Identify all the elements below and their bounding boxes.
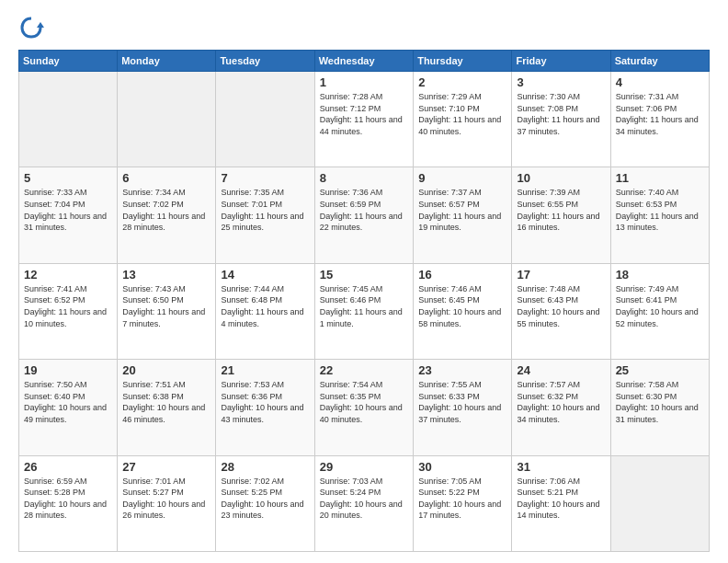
calendar-header: SundayMondayTuesdayWednesdayThursdayFrid… xyxy=(19,51,710,72)
calendar-cell: 1Sunrise: 7:28 AM Sunset: 7:12 PM Daylig… xyxy=(314,72,413,167)
day-number: 16 xyxy=(418,268,506,282)
day-number: 26 xyxy=(24,460,112,474)
day-info: Sunrise: 7:33 AM Sunset: 7:04 PM Dayligh… xyxy=(24,187,112,233)
day-number: 22 xyxy=(320,363,408,377)
logo-icon xyxy=(18,15,44,40)
calendar-cell: 21Sunrise: 7:53 AM Sunset: 6:36 PM Dayli… xyxy=(216,360,314,455)
day-number: 31 xyxy=(517,460,605,474)
day-info: Sunrise: 7:31 AM Sunset: 7:06 PM Dayligh… xyxy=(616,91,704,137)
calendar-cell xyxy=(19,72,118,167)
day-number: 2 xyxy=(418,75,506,89)
day-number: 17 xyxy=(517,268,605,282)
calendar-cell: 10Sunrise: 7:39 AM Sunset: 6:55 PM Dayli… xyxy=(512,167,610,263)
day-info: Sunrise: 7:34 AM Sunset: 7:02 PM Dayligh… xyxy=(122,187,210,233)
day-info: Sunrise: 7:54 AM Sunset: 6:35 PM Dayligh… xyxy=(320,379,408,425)
day-number: 1 xyxy=(320,75,408,89)
day-info: Sunrise: 7:58 AM Sunset: 6:30 PM Dayligh… xyxy=(616,379,704,425)
day-info: Sunrise: 7:29 AM Sunset: 7:10 PM Dayligh… xyxy=(418,91,506,137)
calendar-cell: 13Sunrise: 7:43 AM Sunset: 6:50 PM Dayli… xyxy=(118,263,216,359)
calendar-cell: 27Sunrise: 7:01 AM Sunset: 5:27 PM Dayli… xyxy=(118,455,216,551)
calendar-cell: 18Sunrise: 7:49 AM Sunset: 6:41 PM Dayli… xyxy=(610,263,709,359)
day-number: 8 xyxy=(320,171,408,185)
calendar-cell: 11Sunrise: 7:40 AM Sunset: 6:53 PM Dayli… xyxy=(610,167,709,263)
day-info: Sunrise: 7:28 AM Sunset: 7:12 PM Dayligh… xyxy=(320,91,408,137)
weekday-row: SundayMondayTuesdayWednesdayThursdayFrid… xyxy=(19,51,710,72)
day-info: Sunrise: 7:57 AM Sunset: 6:32 PM Dayligh… xyxy=(517,379,605,425)
calendar-cell: 23Sunrise: 7:55 AM Sunset: 6:33 PM Dayli… xyxy=(414,360,512,455)
weekday-header-tuesday: Tuesday xyxy=(216,51,314,72)
calendar-cell xyxy=(216,72,314,167)
calendar-cell: 7Sunrise: 7:35 AM Sunset: 7:01 PM Daylig… xyxy=(216,167,314,263)
day-number: 12 xyxy=(24,268,112,282)
day-number: 25 xyxy=(616,363,704,377)
weekday-header-sunday: Sunday xyxy=(19,51,118,72)
calendar-body: 1Sunrise: 7:28 AM Sunset: 7:12 PM Daylig… xyxy=(19,72,710,552)
day-info: Sunrise: 7:37 AM Sunset: 6:57 PM Dayligh… xyxy=(418,187,506,233)
weekday-header-friday: Friday xyxy=(512,51,610,72)
day-number: 4 xyxy=(616,75,704,89)
calendar-week-2: 5Sunrise: 7:33 AM Sunset: 7:04 PM Daylig… xyxy=(19,167,710,263)
calendar-cell: 30Sunrise: 7:05 AM Sunset: 5:22 PM Dayli… xyxy=(414,455,512,551)
day-info: Sunrise: 7:44 AM Sunset: 6:48 PM Dayligh… xyxy=(221,283,309,329)
svg-marker-0 xyxy=(37,22,44,28)
calendar-cell: 2Sunrise: 7:29 AM Sunset: 7:10 PM Daylig… xyxy=(414,72,512,167)
calendar-week-3: 12Sunrise: 7:41 AM Sunset: 6:52 PM Dayli… xyxy=(19,263,710,359)
day-info: Sunrise: 7:39 AM Sunset: 6:55 PM Dayligh… xyxy=(517,187,605,233)
calendar-cell: 20Sunrise: 7:51 AM Sunset: 6:38 PM Dayli… xyxy=(118,360,216,455)
day-info: Sunrise: 7:45 AM Sunset: 6:46 PM Dayligh… xyxy=(320,283,408,329)
day-info: Sunrise: 7:03 AM Sunset: 5:24 PM Dayligh… xyxy=(320,476,408,522)
day-number: 15 xyxy=(320,268,408,282)
calendar-cell: 29Sunrise: 7:03 AM Sunset: 5:24 PM Dayli… xyxy=(314,455,413,551)
calendar-cell: 9Sunrise: 7:37 AM Sunset: 6:57 PM Daylig… xyxy=(414,167,512,263)
day-info: Sunrise: 7:30 AM Sunset: 7:08 PM Dayligh… xyxy=(517,91,605,137)
day-number: 9 xyxy=(418,171,506,185)
calendar-cell: 24Sunrise: 7:57 AM Sunset: 6:32 PM Dayli… xyxy=(512,360,610,455)
day-info: Sunrise: 7:40 AM Sunset: 6:53 PM Dayligh… xyxy=(616,187,704,233)
day-info: Sunrise: 7:50 AM Sunset: 6:40 PM Dayligh… xyxy=(24,379,112,425)
day-number: 30 xyxy=(418,460,506,474)
day-number: 27 xyxy=(122,460,210,474)
day-number: 13 xyxy=(122,268,210,282)
calendar-week-5: 26Sunrise: 6:59 AM Sunset: 5:28 PM Dayli… xyxy=(19,455,710,551)
day-info: Sunrise: 7:43 AM Sunset: 6:50 PM Dayligh… xyxy=(122,283,210,329)
calendar-cell: 25Sunrise: 7:58 AM Sunset: 6:30 PM Dayli… xyxy=(610,360,709,455)
logo xyxy=(18,15,48,40)
day-info: Sunrise: 7:48 AM Sunset: 6:43 PM Dayligh… xyxy=(517,283,605,329)
calendar-cell: 31Sunrise: 7:06 AM Sunset: 5:21 PM Dayli… xyxy=(512,455,610,551)
weekday-header-thursday: Thursday xyxy=(414,51,512,72)
calendar-cell: 4Sunrise: 7:31 AM Sunset: 7:06 PM Daylig… xyxy=(610,72,709,167)
weekday-header-wednesday: Wednesday xyxy=(314,51,413,72)
day-number: 5 xyxy=(24,171,112,185)
day-number: 3 xyxy=(517,75,605,89)
calendar-week-4: 19Sunrise: 7:50 AM Sunset: 6:40 PM Dayli… xyxy=(19,360,710,455)
day-info: Sunrise: 7:02 AM Sunset: 5:25 PM Dayligh… xyxy=(221,476,309,522)
weekday-header-saturday: Saturday xyxy=(610,51,709,72)
day-number: 10 xyxy=(517,171,605,185)
calendar-cell: 12Sunrise: 7:41 AM Sunset: 6:52 PM Dayli… xyxy=(19,263,118,359)
day-number: 29 xyxy=(320,460,408,474)
day-info: Sunrise: 6:59 AM Sunset: 5:28 PM Dayligh… xyxy=(24,476,112,522)
day-info: Sunrise: 7:41 AM Sunset: 6:52 PM Dayligh… xyxy=(24,283,112,329)
day-number: 20 xyxy=(122,363,210,377)
calendar-cell: 14Sunrise: 7:44 AM Sunset: 6:48 PM Dayli… xyxy=(216,263,314,359)
calendar-cell: 28Sunrise: 7:02 AM Sunset: 5:25 PM Dayli… xyxy=(216,455,314,551)
day-info: Sunrise: 7:46 AM Sunset: 6:45 PM Dayligh… xyxy=(418,283,506,329)
calendar-cell: 16Sunrise: 7:46 AM Sunset: 6:45 PM Dayli… xyxy=(414,263,512,359)
day-number: 19 xyxy=(24,363,112,377)
calendar-cell: 26Sunrise: 6:59 AM Sunset: 5:28 PM Dayli… xyxy=(19,455,118,551)
day-info: Sunrise: 7:05 AM Sunset: 5:22 PM Dayligh… xyxy=(418,476,506,522)
calendar-cell: 19Sunrise: 7:50 AM Sunset: 6:40 PM Dayli… xyxy=(19,360,118,455)
day-info: Sunrise: 7:35 AM Sunset: 7:01 PM Dayligh… xyxy=(221,187,309,233)
calendar-cell: 3Sunrise: 7:30 AM Sunset: 7:08 PM Daylig… xyxy=(512,72,610,167)
day-number: 21 xyxy=(221,363,309,377)
day-number: 11 xyxy=(616,171,704,185)
calendar-cell: 6Sunrise: 7:34 AM Sunset: 7:02 PM Daylig… xyxy=(118,167,216,263)
day-number: 28 xyxy=(221,460,309,474)
day-info: Sunrise: 7:55 AM Sunset: 6:33 PM Dayligh… xyxy=(418,379,506,425)
calendar: SundayMondayTuesdayWednesdayThursdayFrid… xyxy=(18,50,710,552)
weekday-header-monday: Monday xyxy=(118,51,216,72)
calendar-cell xyxy=(118,72,216,167)
day-info: Sunrise: 7:06 AM Sunset: 5:21 PM Dayligh… xyxy=(517,476,605,522)
day-info: Sunrise: 7:51 AM Sunset: 6:38 PM Dayligh… xyxy=(122,379,210,425)
page: SundayMondayTuesdayWednesdayThursdayFrid… xyxy=(0,0,728,563)
